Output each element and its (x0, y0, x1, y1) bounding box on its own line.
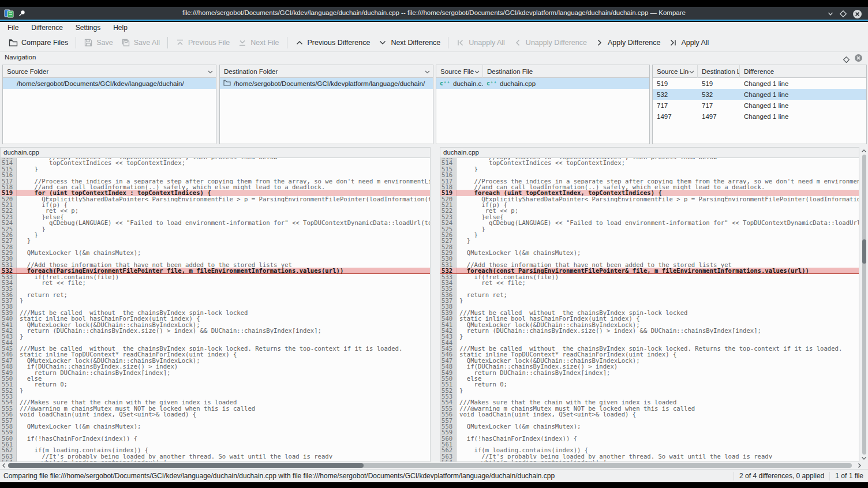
destination-folder-header[interactable]: Destination Folder (220, 65, 433, 78)
code-text: }else{ (17, 214, 430, 220)
close-dock-icon[interactable] (854, 54, 863, 65)
code-line: 544 (1, 340, 430, 346)
horizontal-scrollbar-thumb[interactable] (8, 463, 364, 468)
code-line: 546static inline TopDUContext* readChain… (1, 351, 430, 357)
code-line: 563 //It's probably being loaded by anot… (1, 453, 430, 459)
destination-folder-panel: Destination Folder /home/sergobot/Docume… (219, 65, 433, 144)
line-number: 535 (1, 286, 17, 291)
line-number: 556 (440, 411, 457, 417)
destination-file-column-header[interactable]: Destination File (483, 65, 649, 78)
difference-row[interactable]: 519519Changed 1 line (653, 78, 866, 89)
next-file-button[interactable]: Next File (234, 36, 283, 50)
scroll-left-icon[interactable] (1, 462, 8, 469)
code-line: 556void loadChain(uint index, QSet<uint>… (440, 411, 859, 417)
code-text: else (17, 376, 430, 381)
scroll-down-icon[interactable] (860, 455, 867, 461)
code-line: 518 //and can call loadInformation(..) s… (440, 184, 859, 190)
code-line: 517 //Process the indices in a separate … (1, 178, 430, 184)
code-text: ///@warning m_chainsMutex must NOT be lo… (457, 406, 859, 411)
navigation-dock: Navigation Source Folder /home/sergobot/… (0, 52, 868, 145)
line-number: 531 (440, 262, 457, 268)
save-all-button[interactable]: Save All (117, 36, 164, 50)
code-text: if(m_loading.contains(index)) { (457, 447, 859, 453)
code-text: QMutexLocker lock(&DUChain::chainsByInde… (457, 322, 859, 328)
code-text: if(DUChain::chainsByIndex.size() > index… (17, 363, 430, 369)
unapply-difference-button[interactable]: Unapply Difference (509, 36, 591, 50)
code-line: 561 (440, 441, 859, 447)
source-file-column-header[interactable]: Source File (436, 65, 483, 78)
menu-difference[interactable]: Difference (25, 22, 69, 33)
code-line: 539///Must be called _without_ the chain… (1, 310, 430, 316)
difference-row[interactable]: 717717Changed 1 line (653, 100, 866, 111)
code-text (457, 244, 859, 250)
code-text: QMutexLocker lock(&DUChain::chainsByInde… (457, 358, 859, 363)
apply-all-icon (668, 38, 678, 47)
source-code-view[interactable]: 513 //Copy indices to "topContextIndices… (1, 158, 430, 461)
difference-row[interactable]: 14971497Changed 1 line (653, 111, 866, 122)
source-line-column-header[interactable]: Source Line (653, 65, 698, 78)
source-folder-header[interactable]: Source Folder (3, 65, 216, 78)
line-number: 516 (1, 172, 17, 178)
source-folder-row[interactable]: /home/sergobot/Documents/GCI/kdev/langua… (3, 78, 216, 89)
difference-row[interactable]: 532532Changed 1 line (653, 89, 866, 100)
destination-line-column-header[interactable]: Destination Line (698, 65, 740, 78)
menu-help[interactable]: Help (107, 22, 134, 33)
code-line: 526 } (1, 232, 430, 238)
code-text: } (457, 226, 859, 232)
scroll-up-icon[interactable] (860, 148, 867, 155)
line-number: 521 (1, 202, 17, 208)
navigation-dock-titlebar[interactable]: Navigation (0, 52, 868, 64)
code-text: if(m_loading.contains(index)) { (17, 447, 430, 453)
toolbar-separator (448, 37, 448, 48)
save-button[interactable]: Save (80, 36, 117, 50)
code-text: //It's probably being loaded by another … (457, 453, 859, 459)
code-text (457, 393, 859, 399)
code-line: 561 (1, 441, 430, 447)
code-text: ret << p; (457, 208, 859, 213)
code-text (457, 172, 859, 178)
difference-column-header[interactable]: Difference (740, 65, 866, 78)
vertical-scrollbar-track[interactable] (862, 155, 866, 455)
next-difference-button[interactable]: Next Difference (374, 36, 444, 50)
apply-difference-button[interactable]: Apply Difference (591, 36, 665, 50)
code-line: 530 (440, 256, 859, 261)
apply-all-button[interactable]: Apply All (664, 36, 713, 50)
code-text: if(!hasChainForIndex(index)) { (457, 436, 859, 441)
previous-difference-button[interactable]: Previous Difference (291, 36, 375, 50)
code-text: topContextIndices << topContextIndex; (17, 160, 430, 166)
next-difference-icon (378, 38, 387, 47)
code-text: ///Makes sure that the chain with the gi… (17, 399, 430, 405)
code-line: 516 (440, 172, 859, 178)
titlebar[interactable]: file:///home/sergobot/Documents/GCI/kdev… (0, 7, 868, 21)
horizontal-scrollbar[interactable] (0, 462, 868, 469)
code-line: 550 else (1, 376, 430, 381)
code-line: 538 (1, 303, 430, 309)
code-line: 546static inline TopDUContext* readChain… (440, 351, 859, 357)
line-number: 532 (1, 268, 17, 273)
previous-file-button[interactable]: Previous File (171, 36, 234, 50)
menu-settings[interactable]: Settings (69, 22, 107, 33)
code-text: } (17, 232, 430, 238)
close-button[interactable] (852, 9, 862, 19)
destination-folder-row[interactable]: /home/sergobot/Documents/GCI/kdevplatfor… (220, 78, 433, 89)
vertical-scrollbar-thumb[interactable] (862, 239, 866, 264)
float-dock-icon[interactable] (843, 55, 850, 65)
maximize-button[interactable] (838, 9, 848, 19)
code-text: QMutexLocker l(&m_chainsMutex); (17, 250, 430, 256)
vertical-scrollbar[interactable] (860, 147, 868, 462)
code-line: 537} (1, 298, 430, 303)
code-text: static inline TopDUContext* readChainFor… (17, 351, 430, 357)
scroll-right-icon[interactable] (856, 462, 863, 469)
line-number: 525 (1, 226, 17, 232)
code-text: if(!ret.contains(file)) (17, 274, 430, 280)
kompare-window: file:///home/sergobot/Documents/GCI/kdev… (0, 0, 868, 488)
code-text: void loadChain(uint index, QSet<uint>& l… (457, 411, 859, 417)
menu-file[interactable]: File (1, 22, 25, 33)
destination-code-view[interactable]: 513 //Copy indices to "topContextIndices… (440, 158, 859, 461)
unapply-all-button[interactable]: Unapply All (452, 36, 509, 50)
code-line: 532 foreach(const ParsingEnvironmentFile… (440, 268, 859, 273)
file-row[interactable]: c⁺⁺ duchain.c... c⁺⁺ duchain.cpp (436, 78, 649, 89)
compare-files-button[interactable]: Compare Files (5, 36, 72, 50)
line-number: 528 (440, 244, 457, 250)
minimize-button[interactable] (825, 9, 836, 19)
